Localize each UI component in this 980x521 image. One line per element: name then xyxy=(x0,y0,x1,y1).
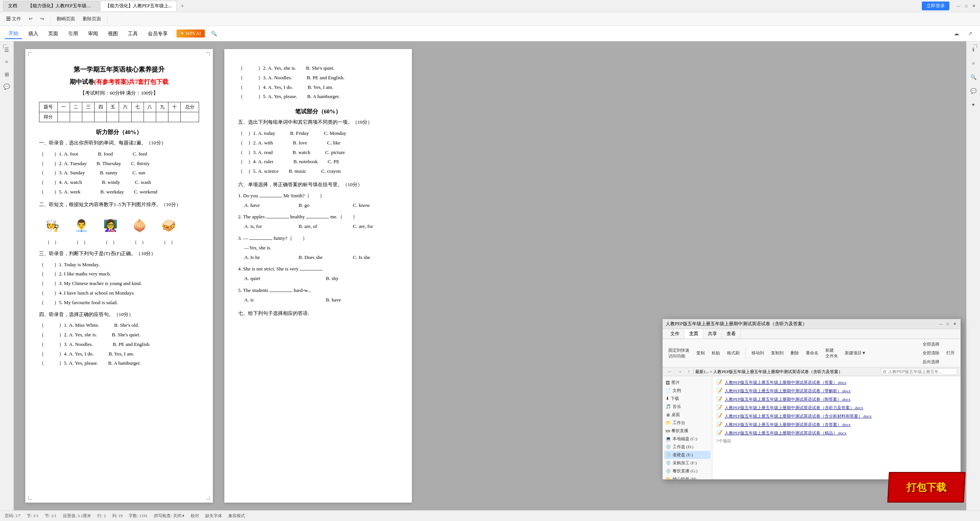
fe-sidebar-workstation[interactable]: 📁 工作台 xyxy=(664,419,710,427)
fe-sidebar-desktop[interactable]: 🖥 桌面 xyxy=(664,411,710,419)
ribbon-tab-insert[interactable]: 插入 xyxy=(24,29,42,39)
figure-4: 🧅 xyxy=(126,213,152,239)
fe-sidebar-drive-c[interactable]: 💻 本地磁盘 (C:) xyxy=(664,435,710,443)
fe-copy-button[interactable]: 复制 xyxy=(694,349,707,357)
fe-file-item-3[interactable]: 📝 人教PEP版五年级上册五年级上册期中测试英语试卷（附答案）.docx xyxy=(715,395,958,403)
part4-q4: （ ）4. A. Yes, I do. B. Yes, I am. xyxy=(39,350,199,358)
right-q2: （ ）3. A. Noodles. B. PE and English. xyxy=(238,74,398,82)
fe-sidebar-drive-h[interactable]: 📁 辅心软件 (H) xyxy=(664,475,710,479)
ai-sidebar-icon[interactable]: ✦ xyxy=(968,100,979,110)
part4-title: 四、听录音，选择正确的应答句。（10分） xyxy=(39,311,199,319)
cloud-icon[interactable]: ☁ xyxy=(951,28,962,39)
fe-formatcopy-button[interactable]: 格式刷 xyxy=(724,349,742,357)
ribbon-tab-tools[interactable]: 工具 xyxy=(124,29,142,39)
part6-q2: 2. The apples healthy me.（ ） A. is, for … xyxy=(238,213,398,231)
fe-search-input[interactable] xyxy=(881,368,957,375)
statusbar-proofread[interactable]: 校对 xyxy=(191,513,199,519)
wps-ai-button[interactable]: ✦ WPS AI xyxy=(176,29,205,38)
sidebar-pages-icon[interactable]: ⊞ xyxy=(2,69,12,80)
ribbon-tab-page[interactable]: 页面 xyxy=(44,29,62,39)
fe-copyto-button[interactable]: 复制到 xyxy=(768,349,786,357)
right-q1: （ ）2. A. Yes, she is. B. She's quiet. xyxy=(238,64,398,72)
fe-toolbar-sep xyxy=(745,347,746,359)
fe-invertselect-button[interactable]: 反向选择 xyxy=(920,358,942,366)
sidebar-outline-icon[interactable]: ≡ xyxy=(2,57,12,67)
tab-doc2[interactable]: 【能力强化】人教PEP五年级上册期... xyxy=(23,1,100,11)
part6-q3: 3. — funny?（ ） —Yes, she is. A. Is he B.… xyxy=(238,234,398,261)
fe-minimize-button[interactable]: — xyxy=(938,321,944,327)
fe-forward-button[interactable]: → xyxy=(676,369,684,375)
fe-paste-button[interactable]: 粘贴 xyxy=(709,349,723,357)
fe-close-button[interactable]: ✕ xyxy=(952,321,957,327)
fe-sidebar-docs[interactable]: 📄 文档 xyxy=(664,387,710,395)
fe-maximize-button[interactable]: □ xyxy=(945,321,951,327)
statusbar-spellcheck[interactable]: 拼写检查: 关闭 ▾ xyxy=(154,513,185,519)
ribbon-tab-vip[interactable]: 会员专享 xyxy=(144,29,172,39)
fe-sidebar-drive-g[interactable]: 💿 餐饮直播 (G:) xyxy=(664,467,710,475)
fe-open-button[interactable]: 打开 xyxy=(944,349,957,357)
fe-move-button[interactable]: 移动到 xyxy=(749,349,767,357)
delete-page-button[interactable]: 删除页面 xyxy=(80,15,104,23)
fe-newfolder-button[interactable]: 新建文件夹 xyxy=(823,346,841,360)
file-menu-button[interactable]: ☰ 文件 xyxy=(3,15,24,23)
fe-file-item-1[interactable]: 📝 人教PEP版五年级上册五年级上册期中测试英语试卷（答案）.docx xyxy=(715,378,958,386)
fe-rename-button[interactable]: 重命名 xyxy=(803,349,821,357)
register-button[interactable]: 立即登录 xyxy=(922,2,949,10)
share-icon[interactable]: ↗ xyxy=(965,28,975,39)
fe-file-item-4[interactable]: 📝 人教PEP版五年级上册五年级上册期中测试英语试卷（含听力及答案）.docx xyxy=(715,404,958,411)
fe-sidebar-pictures[interactable]: 🖼 图片 xyxy=(664,378,710,387)
fe-sidebar-drive-f[interactable]: 💿 采购加工 (F:) xyxy=(664,459,710,467)
statusbar-page: 页码: 1/7 xyxy=(5,513,21,519)
comments-sidebar-icon[interactable]: 💬 xyxy=(968,86,979,97)
ribbon-tab-review[interactable]: 审阅 xyxy=(84,29,102,39)
close-button[interactable]: ✕ xyxy=(971,3,977,9)
download-text: 打包下载 xyxy=(906,481,946,494)
fe-selectall-button[interactable]: 全部选择 xyxy=(920,340,942,348)
fe-newitem-button[interactable]: 新建项目▼ xyxy=(842,349,869,357)
tab-doc3[interactable]: 【能力强化】人教PEP五年级上... xyxy=(100,1,177,11)
fe-selectnone-button[interactable]: 全部清除 xyxy=(920,349,942,357)
minimize-button[interactable]: — xyxy=(956,3,962,9)
fe-select-group: 全部选择 全部清除 反向选择 xyxy=(920,340,942,366)
image-bracket-2: （ ） xyxy=(68,239,94,246)
fe-pin-button[interactable]: 固定到快速访问功能 xyxy=(666,346,692,360)
figure-3: 👩‍🏫 xyxy=(97,213,123,239)
fe-window-controls: — □ ✕ xyxy=(938,321,957,327)
ribbon-tab-start[interactable]: 开始 xyxy=(5,28,22,39)
fe-tab-file[interactable]: 文件 xyxy=(666,329,684,339)
part6-title: 六、单项选择，将正确答案的标号填在括号里。（10分） xyxy=(238,181,398,189)
fe-tab-share[interactable]: 共享 xyxy=(703,329,722,339)
redo-button[interactable]: ↪ xyxy=(37,15,47,23)
find-icon[interactable]: 🔍 xyxy=(968,72,979,83)
tab-doc1[interactable]: 文档 xyxy=(3,1,22,11)
add-tab-button[interactable]: + xyxy=(178,2,187,10)
ribbon-tab-ref[interactable]: 引用 xyxy=(64,29,82,39)
part1-title: 一、听录音，选出你所听到的单词。每题读2遍。（10分） xyxy=(39,139,199,147)
ribbon-tab-view[interactable]: 视图 xyxy=(104,29,122,39)
fe-sidebar-drive-e[interactable]: 💿 老硬盘 (E:) xyxy=(664,451,710,459)
sidebar-comments-icon[interactable]: 💬 xyxy=(2,81,12,92)
fe-sidebar-music[interactable]: 🎵 音乐 xyxy=(664,403,710,411)
fe-sidebar-downloads[interactable]: ⬇ 下载 xyxy=(664,395,710,403)
undo-button[interactable]: ↩ xyxy=(26,15,36,23)
fe-tab-view[interactable]: 查看 xyxy=(722,329,741,339)
image-item-5: 🥪 （ ） xyxy=(155,213,181,246)
fe-sidebar-restaurant[interactable]: 🍽 餐饮直播 xyxy=(664,427,710,435)
fe-back-button[interactable]: ← xyxy=(666,369,674,375)
fe-file-item-2[interactable]: 📝 人教PEP版五年级上册五年级上册期中测试英语试卷（带解析）.docx xyxy=(715,387,958,395)
download-banner[interactable]: 打包下载 xyxy=(887,472,965,503)
fe-file-item-7[interactable]: 📝 人教PEP版五年级上册五年级上册期中测试英语试卷（精品）.docx xyxy=(715,429,958,437)
fe-tab-home[interactable]: 主页 xyxy=(684,329,703,339)
fe-file-item-6[interactable]: 📝 人教PEP版五年级上册五年级上册期中测试英语试卷（含答案）.docx xyxy=(715,421,958,428)
fe-delete-button[interactable]: 删除 xyxy=(788,349,802,357)
docs-icon: 📄 xyxy=(666,388,671,393)
file-doc-icon-7: 📝 xyxy=(716,430,722,436)
toolbar-separator2 xyxy=(107,15,108,23)
fe-sidebar-drive-d[interactable]: 💿 工作盘 (D:) xyxy=(664,443,710,451)
maximize-button[interactable]: □ xyxy=(963,3,969,9)
fe-file-item-5[interactable]: 📝 人教PEP版五年级上册五年级上册期中测试英语试卷（含分析材料和答案）.doc… xyxy=(715,412,958,420)
flip-page-button[interactable]: 翻嶋页面 xyxy=(54,15,78,23)
search-icon[interactable]: 🔍 xyxy=(207,29,221,38)
navigation-icon[interactable]: ≡ xyxy=(968,58,979,69)
fe-up-button[interactable]: ↑ xyxy=(686,369,692,375)
